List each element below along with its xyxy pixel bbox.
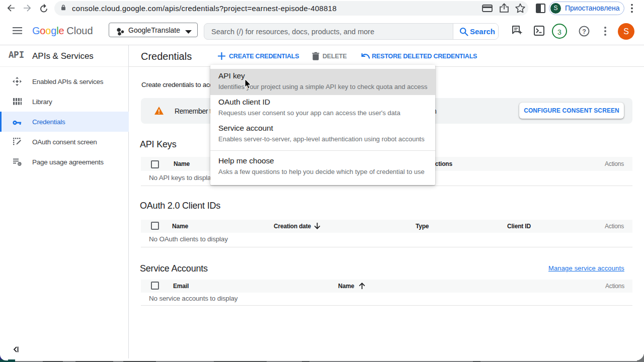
svg-text:?: ?	[582, 28, 586, 35]
